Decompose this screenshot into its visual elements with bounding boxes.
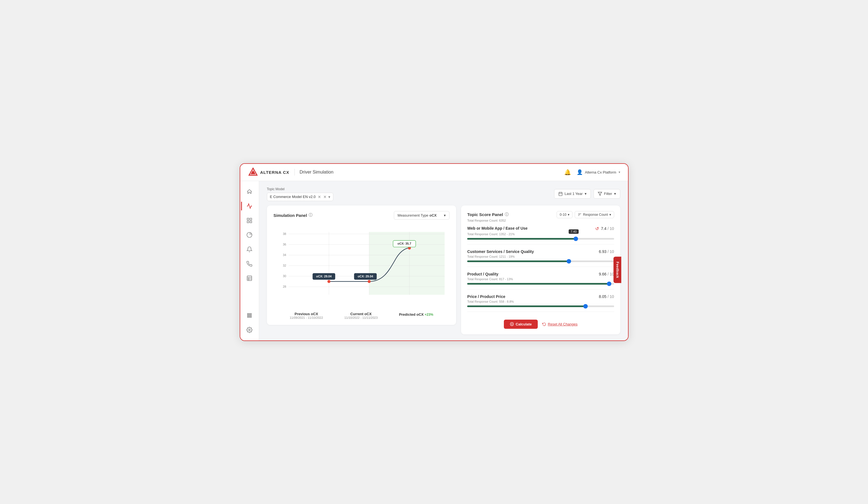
- topic-tag-dropdown-icon[interactable]: ▾: [328, 195, 330, 199]
- filter-label: Filter: [604, 192, 612, 196]
- date-filter-button[interactable]: Last 1 Year ▾: [554, 189, 591, 199]
- score-panel-title: Topic Score Panel ⓘ: [467, 212, 509, 217]
- range-dropdown[interactable]: 0-10 ▾: [557, 211, 572, 218]
- simulation-panel-header: Simulation Panel ⓘ Measurement Type oCX …: [273, 211, 450, 220]
- measurement-dropdown[interactable]: Measurement Type oCX ▾: [394, 211, 450, 220]
- slider-thumb-3[interactable]: [607, 282, 611, 286]
- tooltip-curr-text: oCX: 29.04: [358, 275, 373, 278]
- svg-point-14: [250, 313, 252, 314]
- svg-point-15: [248, 315, 249, 316]
- driver-score-2: 6.93 / 10: [599, 249, 614, 254]
- slider-1[interactable]: 7.40: [467, 238, 614, 240]
- topic-tag[interactable]: E Commerce Model EN v2.0 ✕ ✕ ▾: [267, 193, 333, 201]
- app-frame: ALTERNA CX Driver Simulation 🔔 👤 Alterna…: [240, 163, 629, 341]
- svg-rect-8: [247, 276, 252, 281]
- panels-row: Simulation Panel ⓘ Measurement Type oCX …: [267, 206, 620, 334]
- date-filter-label: Last 1 Year: [565, 192, 583, 196]
- chart-svg: 38 36 34 32 30 28: [273, 224, 450, 310]
- driver-score-3: 9.66 / 10: [599, 272, 614, 276]
- chart-container: 38 36 34 32 30 28: [273, 224, 450, 310]
- topic-tag-clear-icon[interactable]: ✕: [323, 195, 327, 199]
- chart-point-prev: [327, 280, 330, 283]
- driver-score-4: 8.05 / 10: [599, 294, 614, 299]
- x-label-prev-main: Previous oCX: [290, 312, 323, 316]
- header-right: 🔔 👤 Alterna Cx Platform ▾: [564, 169, 620, 176]
- main-layout: Topic Model E Commerce Model EN v2.0 ✕ ✕…: [240, 181, 628, 340]
- svg-text:28: 28: [283, 285, 286, 288]
- header-divider: [294, 169, 295, 176]
- simulation-panel-title: Simulation Panel ⓘ: [273, 213, 313, 218]
- driver-header-2: Customer Services / Service Quality 6.93…: [467, 249, 614, 254]
- driver-name-1: Web or Mobile App / Ease of Use: [467, 226, 527, 230]
- response-count-label: Response Count: [583, 213, 608, 217]
- header-left: ALTERNA CX Driver Simulation: [248, 167, 333, 177]
- score-panel: Topic Score Panel ⓘ 0-10 ▾ Response Coun…: [461, 206, 620, 334]
- slider-fill-4: [467, 305, 585, 307]
- driver-sub-3: Total Response Count: 817 - 13%: [467, 277, 614, 281]
- svg-marker-26: [598, 192, 602, 196]
- score-panel-info-icon[interactable]: ⓘ: [505, 212, 509, 217]
- reset-button[interactable]: Reset All Changes: [542, 322, 578, 326]
- tooltip-prev-text: oCX: 29.04: [316, 275, 332, 278]
- sidebar-item-analytics[interactable]: [243, 200, 256, 212]
- sidebar-item-home[interactable]: [243, 186, 256, 198]
- svg-point-17: [250, 315, 252, 316]
- slider-thumb-1[interactable]: 7.40: [574, 237, 578, 241]
- driver-name-3: Product / Quality: [467, 272, 498, 276]
- slider-4[interactable]: [467, 305, 614, 307]
- user-icon: 👤: [577, 169, 583, 175]
- x-label-prev-date: 11/09/2021 - 11/10/2022: [290, 316, 323, 319]
- x-label-pred-main: Predicted oCX: [399, 312, 424, 317]
- tooltip-pred-text: oCX: 35.7: [397, 242, 411, 245]
- sidebar-item-notifications[interactable]: [243, 243, 256, 255]
- svg-text:32: 32: [283, 264, 286, 267]
- reset-label: Reset All Changes: [548, 322, 578, 326]
- svg-point-13: [249, 313, 250, 314]
- slider-thumb-4[interactable]: [583, 304, 588, 308]
- simulation-info-icon[interactable]: ⓘ: [309, 213, 312, 218]
- sidebar-item-phone[interactable]: [243, 258, 256, 270]
- score-panel-footer: Calculate Reset All Changes: [467, 317, 614, 329]
- sidebar-item-apps[interactable]: [243, 309, 256, 322]
- chart-x-pred: Predicted oCX +23%: [399, 312, 433, 319]
- response-chevron-icon: ▾: [609, 213, 611, 217]
- sidebar-item-grid[interactable]: [243, 214, 256, 227]
- slider-fill-3: [467, 283, 609, 285]
- svg-text:36: 36: [283, 243, 286, 246]
- slider-3[interactable]: [467, 283, 614, 285]
- calendar-icon: [558, 192, 563, 196]
- bell-icon[interactable]: 🔔: [564, 169, 571, 176]
- logo: ALTERNA CX: [248, 167, 289, 177]
- driver-item-1: Web or Mobile App / Ease of Use ↺ 7.4 / …: [467, 226, 614, 244]
- measurement-label: Measurement Type oCX: [397, 213, 437, 218]
- slider-thumb-2[interactable]: [567, 259, 571, 263]
- driver-sub-2: Total Response Count: 1211 - 19%: [467, 255, 614, 258]
- user-section[interactable]: 👤 Alterna Cx Platform ▾: [577, 169, 620, 175]
- x-label-curr-date: 11/10/2022 - 11/11/2023: [344, 316, 378, 319]
- calculate-label: Calculate: [516, 322, 532, 326]
- svg-rect-5: [247, 221, 249, 222]
- x-label-curr-main: Current oCX: [344, 312, 378, 316]
- driver-refresh-1[interactable]: ↺: [595, 226, 599, 231]
- header: ALTERNA CX Driver Simulation 🔔 👤 Alterna…: [240, 164, 628, 181]
- driver-score-row-1: ↺ 7.4 / 10: [595, 226, 614, 231]
- sidebar-item-chart[interactable]: [243, 229, 256, 241]
- svg-point-19: [249, 316, 250, 317]
- driver-item-3: Product / Quality 9.66 / 10 Total Respon…: [467, 272, 614, 289]
- driver-item-2: Customer Services / Service Quality 6.93…: [467, 249, 614, 267]
- sidebar-item-settings[interactable]: [243, 324, 256, 336]
- filter-button[interactable]: Filter ▾: [593, 189, 620, 199]
- score-panel-controls: 0-10 ▾ Response Count ▾: [557, 211, 614, 218]
- calculate-button[interactable]: Calculate: [504, 319, 538, 329]
- svg-text:34: 34: [283, 253, 286, 256]
- feedback-tab[interactable]: Feedback: [613, 256, 621, 283]
- measurement-chevron-icon: ▾: [444, 213, 446, 218]
- svg-rect-6: [250, 221, 252, 222]
- response-count-dropdown[interactable]: Response Count ▾: [575, 211, 614, 218]
- slider-2[interactable]: [467, 261, 614, 262]
- svg-text:30: 30: [283, 274, 286, 278]
- x-label-pred-change: +23%: [425, 313, 433, 317]
- topic-tag-close-icon[interactable]: ✕: [318, 195, 321, 199]
- sidebar-item-table[interactable]: [243, 272, 256, 284]
- page-title: Driver Simulation: [300, 170, 333, 175]
